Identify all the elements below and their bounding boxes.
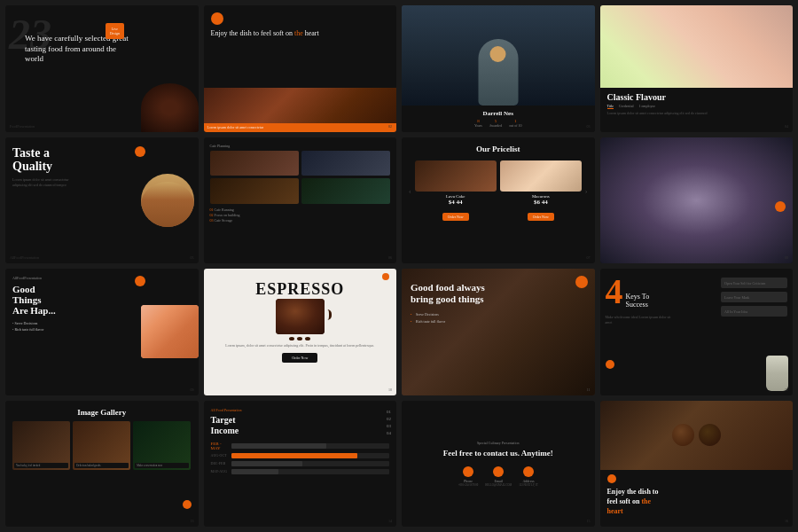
slide-5-title: Taste a Quality	[12, 146, 83, 174]
cafe-img-2	[301, 151, 390, 176]
slide-11-content: Good food always bring good things Serve…	[402, 269, 595, 340]
gallery-img-3: Make a reservation now	[133, 421, 191, 470]
course-img-2-bg	[600, 137, 794, 264]
input-label-2: Leave Your Mask	[724, 295, 749, 300]
slide-16-num: 16	[785, 519, 788, 523]
tab-title[interactable]: Title	[607, 104, 614, 109]
stat-years-value: 8	[474, 119, 482, 123]
slide-12-num: 12	[785, 387, 788, 392]
slide-1: 23 Live Design We have carefully selecte…	[5, 5, 199, 132]
coffee-cup	[276, 299, 325, 334]
slide-5-person	[141, 174, 194, 227]
slide-2: Enjoy the dish to feel soft on the heart…	[204, 5, 397, 132]
cup-handle	[325, 309, 332, 320]
slide-11-title: Good food always bring good things	[411, 282, 499, 305]
item-03: 03 Cafe Storage	[210, 218, 391, 223]
slide-5-orange-dot	[135, 146, 145, 157]
price-item-1: Lava Cake $4 44 Order Now	[415, 160, 497, 222]
caption-1: You lucky, feel invited	[14, 463, 68, 468]
slide-5-desc: Lorem ipsum dolor sit amet consectetur a…	[12, 177, 83, 187]
gallery-img-1: You lucky, feel invited	[12, 421, 70, 470]
slides-grid: 23 Live Design We have carefully selecte…	[0, 0, 798, 532]
tab-credential[interactable]: Credential	[619, 104, 634, 109]
slide-2-footer-text: Lorem ipsum dolor sit amet consectetur	[207, 125, 264, 129]
slide-9-macarons	[141, 305, 199, 358]
slide-7: Our Pricelist ‹ Lava Cake $4 44 Order No…	[402, 137, 595, 264]
slide-4-title: Classic Flavour	[607, 92, 786, 102]
slide-12-orange-dot	[606, 360, 614, 369]
slide-12-subtitle: Keys ToSuccess	[626, 293, 650, 309]
slide-10-dot	[382, 273, 389, 280]
order-btn-2[interactable]: Order Now	[528, 213, 554, 221]
slide-2-content: Enjoy the dish to feel soft on the heart	[204, 5, 397, 88]
bar-container-2	[231, 453, 390, 458]
slide-6-label: Cafe Planning	[210, 144, 391, 148]
bean-3	[305, 337, 310, 340]
slide-6: Cafe Planning 01 Cafe Running 02 Focus o…	[204, 137, 397, 264]
input-box-3: All In Your Idea	[721, 306, 787, 317]
address-value: 123 NEXT LV, IT	[519, 483, 538, 487]
slide-11-orange-icon	[575, 276, 588, 288]
stat-awarded: 5 Awarded	[489, 119, 502, 128]
coffee-beans	[211, 337, 390, 340]
price-items-container: ‹ Lava Cake $4 44 Order Now Macarons $6 …	[409, 160, 588, 222]
next-arrow[interactable]: ›	[585, 187, 588, 195]
chef-body	[478, 39, 518, 106]
order-btn-1[interactable]: Order Now	[442, 213, 469, 221]
income-num-4: MAY-AUG	[211, 469, 229, 473]
slide-11: Good food always bring good things Serve…	[402, 269, 595, 395]
cafe-img-4	[301, 178, 390, 204]
bar-4	[231, 469, 279, 474]
num-03: 03	[387, 424, 391, 428]
bar-3	[231, 461, 302, 466]
stat-rank-value: 1	[509, 119, 521, 123]
income-row-3: DEC-FEB	[211, 461, 390, 466]
slide-15-num: 15	[587, 519, 591, 523]
prev-arrow[interactable]: ‹	[409, 187, 411, 195]
slide-14-nums: 01 02 03 04	[387, 410, 391, 435]
slide-14-label: All Food Presentation	[211, 408, 390, 412]
food-circle-1	[672, 424, 694, 446]
contact-row: Phone +001-234-5678 00 Email HELLO@GMAIL…	[458, 466, 538, 487]
bar-container-4	[231, 469, 390, 474]
slide-7-num: 07	[587, 255, 591, 260]
slide-16-content: Enjoy the dish tofeel soft on theheart	[600, 470, 794, 521]
slide-16-food-image	[600, 401, 794, 470]
bean-1	[289, 337, 294, 340]
tab-employee[interactable]: 1 employee	[639, 104, 656, 109]
cup-visual	[276, 299, 325, 334]
slide-8-num: 08	[785, 255, 788, 260]
chef-stats: 8 Years 5 Awarded 1 out of 10	[409, 119, 588, 128]
slide-13-title: Image Gallery	[12, 408, 192, 417]
slide-10-order-btn[interactable]: Order Now	[282, 353, 317, 363]
slide-6-num: 06	[388, 255, 392, 260]
address-icon	[523, 466, 534, 477]
slide-9-label: AllFoodPresentation	[12, 276, 192, 280]
item-1-price: $4 44	[415, 199, 497, 206]
bar-1	[231, 443, 326, 449]
slide-9-title: GoodThingsAre Hap...	[12, 284, 79, 316]
email-icon	[493, 466, 504, 477]
bar-2	[231, 453, 358, 458]
slide-5: Taste a Quality Lorem ipsum dolor sit am…	[5, 137, 199, 264]
slide-10-num: 10	[388, 387, 392, 392]
phone-value: +001-234-5678 00	[458, 483, 478, 487]
food-circle-2	[699, 424, 721, 446]
slide-2-image	[204, 88, 397, 123]
caption-2: Delicious baked goods	[74, 463, 129, 468]
slide-16-orange-icon	[607, 474, 616, 483]
slide-5-num: 05	[191, 255, 194, 260]
slide-12-desc: Make wholesome ideal Lorem ipsum dolor s…	[606, 315, 672, 325]
num-01: 01	[387, 410, 391, 414]
slide-3-num: 03	[587, 124, 591, 129]
slide-3: Darrell Nes 8 Years 5 Awarded 1 out of 1…	[402, 5, 595, 132]
item-2-price: $6 44	[500, 199, 582, 206]
slide-13-orange-icon	[183, 500, 192, 509]
bullet-1: Serve Decisions	[411, 312, 586, 317]
macarons-visual	[141, 305, 199, 358]
course-img-2	[697, 137, 793, 207]
item-01: 01 Cafe Running	[210, 207, 391, 212]
bar-container-1	[231, 443, 390, 449]
input-label-3: All In Your Idea	[724, 309, 747, 314]
slide-9: AllFoodPresentation GoodThingsAre Hap...…	[5, 269, 199, 395]
